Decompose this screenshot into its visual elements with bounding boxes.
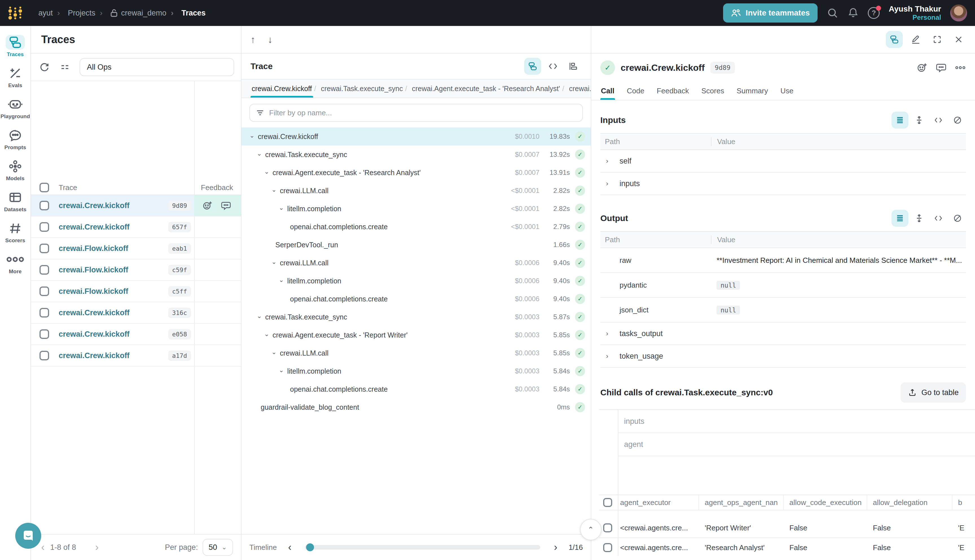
tree-row[interactable]: ⌄ litellm.completion <$0.00012.82s bbox=[242, 200, 591, 218]
code-view-button[interactable] bbox=[544, 58, 561, 75]
select-all-checkbox[interactable] bbox=[603, 498, 612, 507]
add-reaction-icon[interactable] bbox=[916, 62, 928, 73]
tree-view-button[interactable] bbox=[524, 58, 541, 75]
breadcrumb-projects[interactable]: Projects bbox=[57, 8, 95, 17]
trace-link[interactable]: crewai.Flow.kickoff bbox=[59, 287, 129, 296]
row-checkbox[interactable] bbox=[40, 287, 49, 296]
table-row[interactable]: crewai.Flow.kickoff eab1 bbox=[31, 238, 241, 259]
tree-row[interactable]: ⌄ crewai.Task.execute_sync $0.00035.87s bbox=[242, 308, 591, 326]
row-checkbox[interactable] bbox=[40, 329, 49, 339]
tree-view-button[interactable] bbox=[886, 31, 903, 48]
sidebar-item-scorers[interactable]: Scorers bbox=[1, 219, 29, 246]
tree-row[interactable]: openai.chat.completions.create $0.00069.… bbox=[242, 290, 591, 308]
collapse-icon[interactable]: ⌄ bbox=[257, 313, 265, 319]
trace-link[interactable]: crewai.Crew.kickoff bbox=[59, 201, 130, 210]
table-row[interactable]: crewai.Crew.kickoff 657f bbox=[31, 217, 241, 238]
scroll-to-top-button[interactable]: ⌃ bbox=[580, 519, 601, 540]
row-checkbox[interactable] bbox=[40, 222, 49, 232]
breadcrumb-page[interactable]: Traces bbox=[171, 8, 206, 17]
timeline-prev-icon[interactable]: ‹ bbox=[282, 542, 297, 553]
expand-icon[interactable]: › bbox=[600, 330, 613, 338]
overflow-menu-icon[interactable] bbox=[955, 65, 966, 70]
table-row[interactable]: crewai.Crew.kickoff a17d bbox=[31, 345, 241, 367]
expand-icon[interactable]: › bbox=[600, 180, 613, 188]
collapse-icon[interactable]: ⌄ bbox=[279, 367, 287, 373]
trace-link[interactable]: crewai.Crew.kickoff bbox=[59, 308, 130, 317]
prev-trace-arrow-icon[interactable]: ↑ bbox=[250, 34, 255, 45]
input-row-inputs[interactable]: › inputs bbox=[600, 173, 966, 195]
comment-icon[interactable] bbox=[220, 200, 231, 211]
sidebar-item-evals[interactable]: Evals bbox=[1, 64, 29, 91]
search-icon[interactable] bbox=[826, 7, 838, 19]
trace-link[interactable]: crewai.Crew.kickoff bbox=[59, 330, 130, 338]
row-checkbox[interactable] bbox=[40, 265, 49, 275]
row-checkbox[interactable] bbox=[40, 351, 49, 360]
tree-row[interactable]: ⌄ crewai.Crew.kickoff $0.001019.83s bbox=[242, 127, 591, 145]
tree-row[interactable]: openai.chat.completions.create <$0.00012… bbox=[242, 218, 591, 236]
go-to-table-button[interactable]: Go to table bbox=[900, 382, 966, 403]
collapse-icon[interactable]: ⌄ bbox=[249, 133, 258, 139]
chat-widget-button[interactable] bbox=[15, 523, 41, 549]
table-row[interactable]: crewai.Crew.kickoff 316c bbox=[31, 302, 241, 324]
notifications-bell-icon[interactable] bbox=[848, 7, 859, 19]
tree-row[interactable]: openai.chat.completions.create $0.00035.… bbox=[242, 380, 591, 398]
add-reaction-icon[interactable] bbox=[202, 200, 213, 211]
sidebar-item-models[interactable]: Models bbox=[1, 157, 29, 184]
op-filter-input[interactable] bbox=[269, 108, 577, 117]
sidebar-item-traces[interactable]: Traces bbox=[1, 33, 29, 60]
tree-row[interactable]: ⌄ crewai.Agent.execute_task - 'Report Wr… bbox=[242, 326, 591, 344]
trace-link[interactable]: crewai.Crew.kickoff bbox=[59, 223, 130, 232]
breadcrumb-project[interactable]: crewai_demo bbox=[100, 8, 167, 17]
collapse-icon[interactable]: ⌄ bbox=[279, 277, 287, 283]
tab-scores[interactable]: Scores bbox=[695, 82, 730, 100]
invite-teammates-button[interactable]: Invite teammates bbox=[723, 3, 818, 23]
tree-row[interactable]: SerperDevTool._run 1.66s bbox=[242, 236, 591, 254]
row-checkbox[interactable] bbox=[603, 523, 612, 532]
list-view-button[interactable] bbox=[892, 210, 908, 227]
row-checkbox[interactable] bbox=[40, 243, 49, 253]
output-row-tasks-output[interactable]: › tasks_output bbox=[600, 323, 966, 345]
code-view-button[interactable] bbox=[930, 112, 947, 128]
sidebar-item-datasets[interactable]: Datasets bbox=[1, 188, 29, 215]
wandb-logo[interactable] bbox=[8, 6, 23, 20]
collapse-icon[interactable]: ⌄ bbox=[271, 259, 280, 265]
crumb-tab[interactable]: crewai.Task.execute_sync bbox=[317, 80, 407, 98]
breadcrumb-team[interactable]: ayut bbox=[38, 9, 53, 17]
per-page-select[interactable]: 50 ⌄ bbox=[202, 539, 233, 556]
expand-icon[interactable]: › bbox=[600, 157, 613, 165]
close-icon[interactable] bbox=[950, 31, 967, 48]
tab-code[interactable]: Code bbox=[621, 82, 651, 100]
comment-icon[interactable] bbox=[935, 62, 947, 73]
row-checkbox[interactable] bbox=[603, 543, 612, 552]
collapse-icon[interactable]: ⌄ bbox=[264, 168, 272, 175]
output-row-raw[interactable]: raw **Investment Report: AI in Chemical … bbox=[600, 248, 966, 273]
avatar[interactable] bbox=[950, 5, 967, 22]
crumb-tab[interactable]: crewai.LLM.cal bbox=[564, 80, 591, 98]
expand-rows-button[interactable] bbox=[911, 210, 928, 227]
tree-row[interactable]: ⌄ crewai.LLM.call $0.00069.40s bbox=[242, 254, 591, 272]
hide-values-eye-icon[interactable] bbox=[949, 210, 966, 227]
tree-row[interactable]: ⌄ litellm.completion $0.00035.84s bbox=[242, 362, 591, 380]
user-menu[interactable]: Ayush Thakur Personal bbox=[889, 5, 941, 22]
next-page-button[interactable]: › bbox=[90, 542, 104, 553]
tree-row[interactable]: ⌄ litellm.completion $0.00069.40s bbox=[242, 272, 591, 290]
timeline-slider-handle[interactable] bbox=[306, 543, 314, 551]
output-row-token-usage[interactable]: › token_usage bbox=[600, 345, 966, 368]
row-checkbox[interactable] bbox=[40, 201, 49, 210]
list-view-button[interactable] bbox=[892, 112, 908, 128]
input-row-self[interactable]: › self bbox=[600, 150, 966, 173]
edit-pencil-icon[interactable] bbox=[907, 31, 924, 48]
tree-row[interactable]: ⌄ crewai.Agent.execute_task - 'Research … bbox=[242, 163, 591, 182]
fullscreen-icon[interactable] bbox=[929, 31, 946, 48]
expand-icon[interactable]: › bbox=[600, 352, 613, 360]
ops-filter-select[interactable]: All Ops bbox=[80, 58, 234, 76]
code-view-button[interactable] bbox=[930, 210, 947, 227]
output-row-pydantic[interactable]: pydantic null bbox=[600, 273, 966, 298]
columns-filter-button[interactable] bbox=[59, 61, 72, 73]
table-row[interactable]: crewai.Crew.kickoff 9d89 bbox=[31, 195, 241, 217]
row-checkbox[interactable] bbox=[40, 308, 49, 318]
table-row[interactable]: <crewai.agents.cre... 'Research Analyst'… bbox=[599, 538, 975, 556]
trace-link[interactable]: crewai.Flow.kickoff bbox=[59, 244, 129, 253]
output-row-json-dict[interactable]: json_dict null bbox=[600, 298, 966, 323]
trace-link[interactable]: crewai.Flow.kickoff bbox=[59, 266, 129, 274]
